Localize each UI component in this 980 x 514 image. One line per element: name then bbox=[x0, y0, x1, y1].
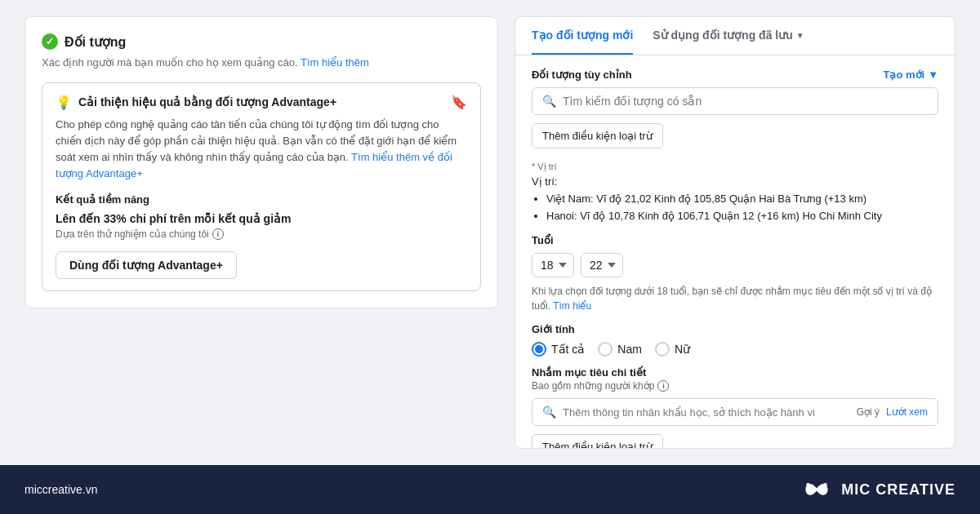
location-item-2: Hanoi: Vĩ độ 10,78 Kinh độ 106,71 Quận 1… bbox=[546, 208, 938, 225]
location-field-label: Vị trí: bbox=[532, 175, 557, 188]
advantage-body: Cho phép công nghệ quảng cáo tân tiến củ… bbox=[56, 117, 467, 183]
learn-more-link[interactable]: Tìm hiểu thêm bbox=[301, 56, 369, 69]
potential-result-label: Kết quả tiềm năng bbox=[56, 193, 467, 206]
age-max-select[interactable]: 22 bbox=[581, 253, 623, 277]
gender-all-label: Tất cả bbox=[551, 343, 585, 356]
radio-female-icon bbox=[655, 342, 670, 357]
age-note: Khi lựa chọn đối tượng dưới 18 tuổi, bạn… bbox=[532, 284, 938, 313]
audience-search-input[interactable] bbox=[563, 95, 928, 108]
audience-search-box: 🔍 bbox=[532, 87, 938, 115]
footer-brand: MIC CREATIVE bbox=[800, 479, 956, 500]
advantage-header: 💡 Cải thiện hiệu quả bằng đối tượng Adva… bbox=[56, 95, 467, 110]
search-icon-detailed: 🔍 bbox=[542, 405, 556, 419]
advantage-title-row: 💡 Cải thiện hiệu quả bằng đối tượng Adva… bbox=[56, 95, 336, 110]
svg-point-0 bbox=[807, 483, 811, 487]
custom-audience-label: Đối tượng tùy chỉnh bbox=[532, 69, 632, 81]
audience-heading: Đối tượng bbox=[65, 34, 126, 50]
bulb-icon: 💡 bbox=[56, 95, 72, 110]
detailed-search-right: Gợi ý Lướt xem bbox=[857, 406, 928, 418]
footer: miccreative.vn MIC CREATIVE bbox=[0, 465, 980, 514]
gender-option-all[interactable]: Tất cả bbox=[532, 342, 585, 357]
age-row: 18 22 bbox=[532, 253, 938, 277]
gender-label: Giới tính bbox=[532, 323, 938, 335]
audience-card: Đối tượng Xác định người mà bạn muốn cho… bbox=[24, 16, 498, 308]
info-icon-detailed: i bbox=[657, 380, 669, 392]
detailed-search-box: 🔍 Gợi ý Lướt xem bbox=[532, 398, 938, 426]
chevron-down-icon-small: ▼ bbox=[928, 69, 938, 81]
left-panel: Đối tượng Xác định người mà bạn muốn cho… bbox=[24, 16, 498, 449]
exclude-button[interactable]: Thêm điều kiện loại trừ bbox=[532, 123, 663, 148]
savings-highlight: Lên đến 33% chi phí trên mỗi kết quả giả… bbox=[56, 212, 467, 225]
tab-create[interactable]: Tạo đối tượng mới bbox=[532, 17, 633, 55]
gender-option-female[interactable]: Nữ bbox=[655, 342, 690, 357]
location-text: Vị trí: Việt Nam: Vĩ độ 21,02 Kinh độ 10… bbox=[532, 174, 938, 224]
audience-title: Đối tượng bbox=[42, 33, 481, 50]
advantage-button[interactable]: Dùng đối tượng Advantage+ bbox=[56, 251, 237, 279]
custom-audience-section: Đối tượng tùy chỉnh Tạo mới ▼ bbox=[532, 69, 938, 81]
suggest-label: Gợi ý bbox=[857, 406, 880, 418]
advantage-title-text: Cải thiện hiệu quả bằng đối tượng Advant… bbox=[78, 95, 336, 109]
svg-point-1 bbox=[823, 483, 827, 487]
savings-basis: Dựa trên thử nghiệm của chúng tôi i bbox=[56, 228, 467, 240]
browse-link[interactable]: Lướt xem bbox=[886, 406, 928, 418]
search-icon: 🔍 bbox=[542, 95, 556, 108]
check-circle-icon bbox=[42, 33, 58, 50]
age-learn-more-link[interactable]: Tìm hiểu bbox=[553, 300, 591, 312]
location-required-label: * Vị trí bbox=[532, 162, 938, 172]
radio-all-icon bbox=[532, 342, 546, 357]
info-icon: i bbox=[212, 228, 224, 240]
gender-option-male[interactable]: Nam bbox=[598, 342, 642, 357]
gender-row: Tất cả Nam Nữ bbox=[532, 342, 938, 357]
detailed-label: Nhắm mục tiêu chi tiết bbox=[532, 366, 938, 379]
radio-male-icon bbox=[598, 342, 612, 357]
detailed-search-input[interactable] bbox=[563, 406, 850, 419]
footer-brand-name: MIC CREATIVE bbox=[841, 481, 956, 498]
footer-domain: miccreative.vn bbox=[24, 483, 97, 496]
age-min-select[interactable]: 18 bbox=[532, 253, 574, 277]
age-label: Tuổi bbox=[532, 234, 938, 246]
age-section: Tuổi 18 22 Khi lựa chọn đối tượng dưới 1… bbox=[532, 234, 938, 313]
mic-logo-icon bbox=[800, 479, 833, 500]
detailed-targeting-section: Nhắm mục tiêu chi tiết Bao gồm những ngư… bbox=[532, 366, 938, 448]
right-content: Đối tượng tùy chỉnh Tạo mới ▼ 🔍 Thêm điề… bbox=[515, 55, 955, 448]
gender-male-label: Nam bbox=[617, 343, 642, 356]
detailed-exclude-button[interactable]: Thêm điều kiện loại trừ bbox=[532, 434, 663, 448]
chevron-down-icon: ▼ bbox=[796, 31, 804, 40]
gender-section: Giới tính Tất cả Nam Nữ bbox=[532, 323, 938, 357]
audience-description: Xác định người mà bạn muốn cho họ xem qu… bbox=[42, 55, 481, 71]
tabs-row: Tạo đối tượng mới Sử dụng đối tượng đã l… bbox=[515, 17, 955, 55]
location-section: * Vị trí Vị trí: Việt Nam: Vĩ độ 21,02 K… bbox=[532, 162, 938, 224]
location-list: Việt Nam: Vĩ độ 21,02 Kinh độ 105,85 Quậ… bbox=[532, 191, 938, 225]
location-item-1: Việt Nam: Vĩ độ 21,02 Kinh độ 105,85 Quậ… bbox=[546, 191, 938, 208]
detailed-sub: Bao gồm những người khớp i bbox=[532, 380, 938, 392]
right-panel: Tạo đối tượng mới Sử dụng đối tượng đã l… bbox=[514, 16, 956, 449]
gender-female-label: Nữ bbox=[675, 343, 690, 356]
bookmark-icon[interactable]: 🔖 bbox=[451, 95, 467, 110]
create-new-button[interactable]: Tạo mới ▼ bbox=[883, 69, 938, 81]
advantage-box: 💡 Cải thiện hiệu quả bằng đối tượng Adva… bbox=[42, 82, 481, 292]
tab-saved[interactable]: Sử dụng đối tượng đã lưu ▼ bbox=[653, 17, 804, 55]
